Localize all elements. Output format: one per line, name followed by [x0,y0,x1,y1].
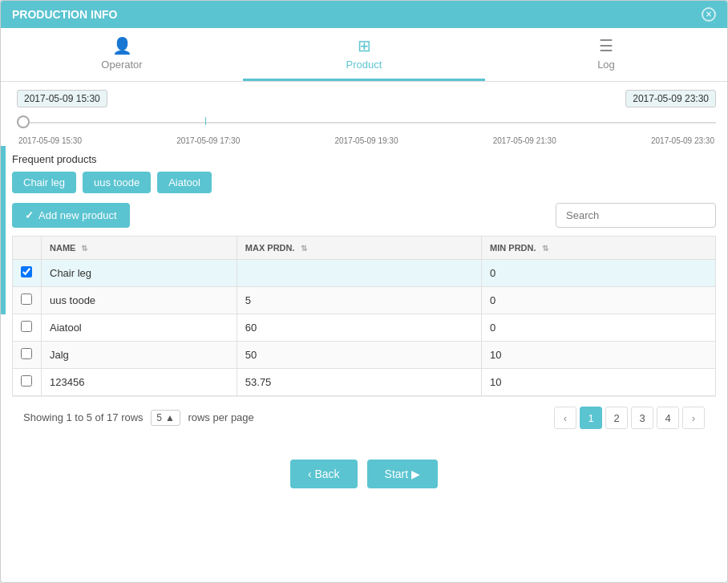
start-button[interactable]: Start ▶ [367,460,438,488]
table-body: Chair leg0uus toode50Aiatool600Jalg50101… [13,260,716,396]
row-checkbox[interactable] [21,348,32,359]
page-btn-4[interactable]: 4 [657,407,679,429]
row-checkbox[interactable] [21,375,32,387]
window-title: PRODUCTION INFO [12,8,117,21]
product-content: Frequent products Chair leg uus toode Ai… [1,145,727,447]
row-checkbox-cell [13,287,42,314]
rows-per-page-select[interactable]: 5 ▲ [151,410,180,426]
row-min-prdn: 0 [482,260,716,287]
page-btn-3[interactable]: 3 [631,407,653,429]
tab-log[interactable]: ☰ Log [485,28,727,81]
showing-text: Showing 1 to 5 of 17 rows 5 ▲ rows per p… [23,410,254,426]
page-btn-2[interactable]: 2 [605,407,628,429]
tick-label-2: 2017-05-09 19:30 [335,136,398,145]
row-max-prdn [237,260,481,287]
row-checkbox-cell [13,260,42,287]
row-checkbox[interactable] [21,294,32,305]
timeline-line [17,122,716,123]
row-max-prdn: 60 [237,314,481,342]
page-btn-1[interactable]: 1 [580,407,602,429]
operator-icon: 👤 [112,36,132,55]
main-window: PRODUCTION INFO × 👤 Operator ⊞ Product ☰… [0,0,728,583]
table-row: Jalg5010 [13,342,716,369]
toolbar: ✓ Add new product [12,203,716,228]
row-name: uus toode [42,287,237,314]
table-row: 12345653.7510 [13,369,716,396]
title-bar: PRODUCTION INFO × [1,1,727,28]
tab-operator-label: Operator [101,59,142,71]
product-icon: ⊞ [358,36,371,55]
row-name: Jalg [42,342,237,369]
tab-bar: 👤 Operator ⊞ Product ☰ Log [1,28,727,82]
page-prev-button[interactable]: ‹ [554,407,576,429]
timeline-end-label: 2017-05-09 23:30 [625,90,716,107]
row-checkbox[interactable] [21,321,32,332]
products-table: NAME ⇅ MAX PRDN. ⇅ MIN PRDN. ⇅ [12,236,716,396]
freq-btn-2[interactable]: Aiatool [157,172,212,193]
page-next-button[interactable]: › [682,407,705,429]
rows-per-page-arrow: ▲ [165,412,175,423]
timeline-labels: 2017-05-09 15:30 2017-05-09 23:30 [17,90,716,107]
pagination-bar: Showing 1 to 5 of 17 rows 5 ▲ rows per p… [12,396,716,439]
row-min-prdn: 10 [482,342,716,369]
main-content: 2017-05-09 15:30 2017-05-09 23:30 2017-0… [1,82,727,582]
table-row: Aiatool600 [13,314,716,342]
close-button[interactable]: × [702,7,716,22]
col-max-prdn: MAX PRDN. ⇅ [237,237,481,260]
max-prdn-sort-icon[interactable]: ⇅ [301,244,307,253]
tick-label-0: 2017-05-09 15:30 [18,136,82,145]
timeline-tick [205,117,206,125]
row-name: 123456 [42,369,237,396]
row-max-prdn: 5 [237,287,481,314]
back-button[interactable]: ‹ Back [290,460,358,488]
tab-product-label: Product [346,59,382,71]
search-input[interactable] [556,203,716,228]
add-product-button[interactable]: ✓ Add new product [12,203,130,228]
row-name: Chair leg [42,260,237,287]
row-name: Aiatool [42,314,237,342]
pagination-pages: ‹ 1 2 3 4 › [554,407,705,429]
frequent-buttons-row: Chair leg uus toode Aiatool [12,172,716,193]
col-name: NAME ⇅ [42,237,237,260]
row-checkbox-cell [13,342,42,369]
col-checkbox [13,237,42,260]
tab-product[interactable]: ⊞ Product [243,28,485,81]
footer-buttons: ‹ Back Start ▶ [1,447,727,501]
name-sort-icon[interactable]: ⇅ [81,244,87,253]
timeline-start-label: 2017-05-09 15:30 [17,90,107,107]
frequent-products-section: Frequent products Chair leg uus toode Ai… [12,153,716,193]
accent-bar [1,146,6,314]
col-min-prdn: MIN PRDN. ⇅ [482,237,716,260]
row-min-prdn: 10 [482,369,716,396]
rows-per-page-label: rows per page [188,411,253,423]
table-row: Chair leg0 [13,260,716,287]
timeline-handle[interactable] [17,115,30,128]
row-checkbox-cell [13,314,42,342]
showing-label: Showing 1 to 5 of 17 rows [23,411,144,423]
tick-label-3: 2017-05-09 21:30 [493,136,556,145]
log-icon: ☰ [599,36,613,55]
timeline-track[interactable] [17,111,716,135]
add-button-label: Add new product [38,209,117,221]
rows-per-page-value: 5 [156,412,162,423]
tab-operator[interactable]: 👤 Operator [1,28,243,81]
tick-label-4: 2017-05-09 23:30 [651,136,714,145]
min-prdn-sort-icon[interactable]: ⇅ [542,244,548,253]
freq-btn-1[interactable]: uus toode [83,172,151,193]
freq-btn-0[interactable]: Chair leg [12,172,76,193]
row-min-prdn: 0 [482,314,716,342]
frequent-products-title: Frequent products [12,153,716,165]
table-header-row: NAME ⇅ MAX PRDN. ⇅ MIN PRDN. ⇅ [13,237,716,260]
table-row: uus toode50 [13,287,716,314]
tick-label-1: 2017-05-09 17:30 [176,136,240,145]
row-max-prdn: 50 [237,342,481,369]
timeline-tick-labels: 2017-05-09 15:30 2017-05-09 17:30 2017-0… [17,136,716,145]
tab-log-label: Log [597,59,615,71]
row-checkbox[interactable] [21,266,32,277]
row-min-prdn: 0 [482,287,716,314]
row-max-prdn: 53.75 [237,369,481,396]
timeline-section: 2017-05-09 15:30 2017-05-09 23:30 2017-0… [1,82,727,145]
row-checkbox-cell [13,369,42,396]
checkmark-icon: ✓ [25,209,34,221]
